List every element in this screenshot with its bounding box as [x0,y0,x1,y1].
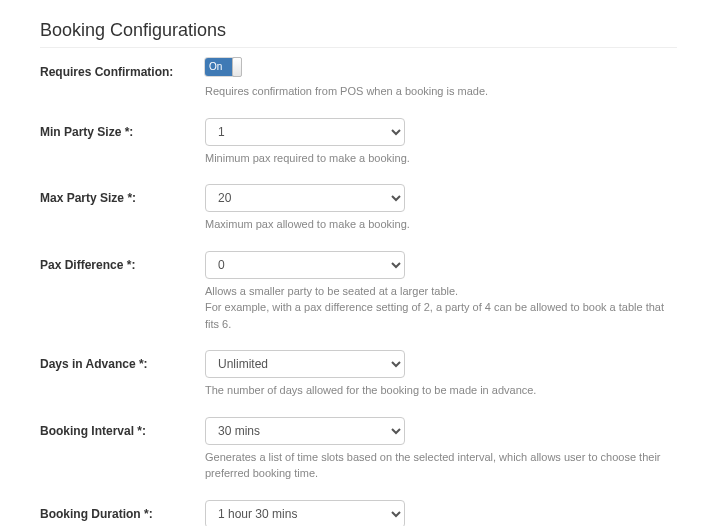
row-days-in-advance: Days in Advance *: Unlimited The number … [40,350,677,399]
help-booking-interval: Generates a list of time slots based on … [205,449,677,482]
label-requires-confirmation: Requires Confirmation: [40,58,205,81]
row-booking-interval: Booking Interval *: 30 mins Generates a … [40,417,677,482]
help-min-party-size: Minimum pax required to make a booking. [205,150,677,167]
page-title: Booking Configurations [40,20,677,48]
label-min-party-size: Min Party Size *: [40,118,205,141]
row-requires-confirmation: Requires Confirmation: On Requires confi… [40,58,677,100]
label-booking-duration: Booking Duration *: [40,500,205,523]
select-booking-interval[interactable]: 30 mins [205,417,405,445]
row-max-party-size: Max Party Size *: 20 Maximum pax allowed… [40,184,677,233]
select-max-party-size[interactable]: 20 [205,184,405,212]
row-pax-difference: Pax Difference *: 0 Allows a smaller par… [40,251,677,333]
toggle-requires-confirmation[interactable]: On [205,58,241,76]
label-booking-interval: Booking Interval *: [40,417,205,440]
help-pax-difference-1: Allows a smaller party to be seated at a… [205,283,677,300]
label-pax-difference: Pax Difference *: [40,251,205,274]
label-days-in-advance: Days in Advance *: [40,350,205,373]
select-min-party-size[interactable]: 1 [205,118,405,146]
select-days-in-advance[interactable]: Unlimited [205,350,405,378]
help-requires-confirmation: Requires confirmation from POS when a bo… [205,83,677,100]
toggle-knob-icon [232,57,242,77]
row-booking-duration: Booking Duration *: 1 hour 30 mins The m… [40,500,677,527]
toggle-label: On [209,60,222,74]
select-booking-duration[interactable]: 1 hour 30 mins [205,500,405,527]
help-pax-difference-2: For example, with a pax difference setti… [205,299,677,332]
select-pax-difference[interactable]: 0 [205,251,405,279]
row-min-party-size: Min Party Size *: 1 Minimum pax required… [40,118,677,167]
label-max-party-size: Max Party Size *: [40,184,205,207]
help-days-in-advance: The number of days allowed for the booki… [205,382,677,399]
help-max-party-size: Maximum pax allowed to make a booking. [205,216,677,233]
